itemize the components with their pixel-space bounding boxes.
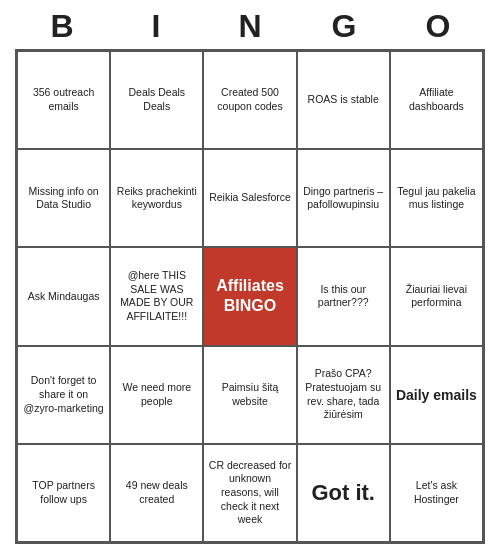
cell-17: Paimsiu šitą website	[203, 346, 296, 444]
cell-2: Created 500 coupon codes	[203, 51, 296, 149]
cell-7: Reikia Salesforce	[203, 149, 296, 247]
cell-22: CR decreased for unknown reasons, will c…	[203, 444, 296, 542]
cell-8: Dingo partneris – pafollow­upinsiu	[297, 149, 390, 247]
cell-1: Deals Deals Deals	[110, 51, 203, 149]
cell-12: Affiliates BINGO	[203, 247, 296, 345]
letter-i: I	[113, 8, 199, 45]
cell-14: Žiauriai lievai performina	[390, 247, 483, 345]
cell-21: 49 new deals created	[110, 444, 203, 542]
bingo-grid: 356 outreach emailsDeals Deals DealsCrea…	[15, 49, 485, 544]
letter-o: O	[395, 8, 481, 45]
cell-6: Reiks prachekinti keywordus	[110, 149, 203, 247]
cell-9: Tegul jau pakelia mus listinge	[390, 149, 483, 247]
letter-g: G	[301, 8, 387, 45]
cell-23: Got it.	[297, 444, 390, 542]
bingo-header: B I N G O	[15, 0, 485, 49]
cell-5: Missing info on Data Studio	[17, 149, 110, 247]
cell-3: ROAS is stable	[297, 51, 390, 149]
cell-0: 356 outreach emails	[17, 51, 110, 149]
cell-19: Daily emails	[390, 346, 483, 444]
letter-n: N	[207, 8, 293, 45]
cell-4: Affiliate dashboards	[390, 51, 483, 149]
cell-16: We need more people	[110, 346, 203, 444]
cell-18: Prašo CPA? Pratestuojam su rev. share, t…	[297, 346, 390, 444]
cell-13: Is this our partner???	[297, 247, 390, 345]
cell-15: Don't forget to share it on @zyro-market…	[17, 346, 110, 444]
cell-10: Ask Mindaugas	[17, 247, 110, 345]
cell-24: Let's ask Hostinger	[390, 444, 483, 542]
cell-20: TOP partners follow ups	[17, 444, 110, 542]
cell-11: @here THIS SALE WAS MADE BY OUR AFFILAIT…	[110, 247, 203, 345]
letter-b: B	[19, 8, 105, 45]
